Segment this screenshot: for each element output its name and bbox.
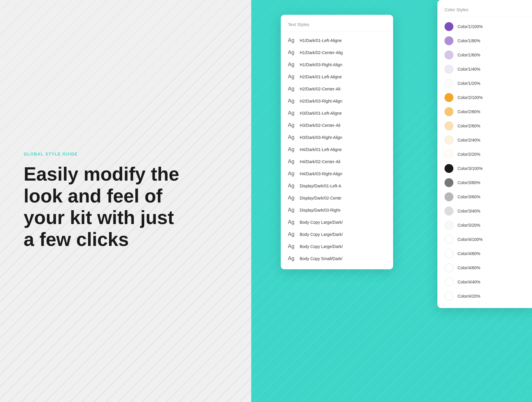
text-style-item: Ag Body Copy Small/Dark/ (281, 252, 393, 265)
right-panel: Text Styles Ag H1/Dark/01-Left-Aligne Ag… (251, 0, 532, 402)
color-name: Color/4/40% (458, 280, 480, 284)
ag-icon: Ag (288, 110, 296, 116)
style-name: H1/Dark/03-Right-Align (300, 62, 342, 67)
text-style-item: Ag H2/Dark/02-Center-Ali (281, 83, 393, 95)
left-panel: GLOBAL STYLE GUIDE Easily modify the loo… (0, 0, 251, 402)
text-style-item: Ag Display/Dark/02-Cente (281, 192, 393, 204)
color-item: Color/1/40% (437, 62, 532, 76)
color-name: Color/2/40% (458, 138, 480, 142)
color-swatch (445, 136, 453, 145)
style-name: H3/Dark/03-Right-Align (300, 135, 342, 140)
color-swatch (445, 207, 453, 215)
ag-icon: Ag (288, 122, 296, 128)
color-item: Color/3/100% (437, 161, 532, 176)
ag-icon: Ag (288, 158, 296, 165)
color-item: Color/4/100% (437, 232, 532, 247)
color-name: Color/2/20% (458, 152, 480, 157)
color-item: Color/3/60% (437, 190, 532, 204)
color-swatch (445, 278, 453, 286)
color-swatch (445, 93, 453, 102)
style-name: H3/Dark/01-Left-Aligne (300, 111, 342, 116)
color-item: Color/1/80% (437, 34, 532, 48)
ag-icon: Ag (288, 146, 296, 153)
color-name: Color/2/100% (458, 95, 483, 100)
text-style-item: Ag H4/Dark/02-Center-Ali (281, 155, 393, 168)
text-style-list: Ag H1/Dark/01-Left-Aligne Ag H1/Dark/02-… (281, 34, 393, 265)
text-styles-title: Text Styles (281, 22, 393, 32)
color-swatch (445, 121, 453, 130)
style-name: Display/Dark/01-Left-A (300, 184, 341, 188)
ag-icon: Ag (288, 134, 296, 140)
color-name: Color/4/100% (458, 237, 483, 242)
color-item: Color/3/20% (437, 218, 532, 232)
color-swatch (445, 36, 453, 45)
color-item: Color/2/20% (437, 147, 532, 161)
ag-icon: Ag (288, 171, 296, 177)
style-name: Body Copy Small/Dark/ (300, 256, 343, 261)
style-name: Body Copy Large/Dark/ (300, 220, 343, 225)
color-swatch (445, 221, 453, 230)
color-name: Color/2/80% (458, 109, 480, 114)
color-name: Color/1/80% (458, 38, 480, 43)
color-name: Color/4/60% (458, 265, 480, 270)
text-style-item: Ag Display/Dark/03-Right- (281, 204, 393, 216)
ag-icon: Ag (288, 74, 296, 80)
color-styles-panel: Color Styles Color/1/100% Color/1/80% Co… (437, 0, 532, 308)
style-name: Display/Dark/03-Right- (300, 208, 341, 213)
left-content: GLOBAL STYLE GUIDE Easily modify the loo… (24, 152, 189, 250)
color-styles-title: Color Styles (437, 7, 532, 17)
color-list: Color/1/100% Color/1/80% Color/1/60% Col… (437, 20, 532, 303)
color-item: Color/4/40% (437, 275, 532, 289)
ag-icon: Ag (288, 231, 296, 237)
ag-icon: Ag (288, 98, 296, 104)
color-item: Color/4/20% (437, 289, 532, 303)
color-name: Color/1/40% (458, 67, 480, 72)
color-item: Color/1/20% (437, 76, 532, 90)
color-item: Color/3/40% (437, 204, 532, 218)
color-name: Color/1/100% (458, 24, 483, 29)
text-style-item: Ag H3/Dark/02-Center-Ali (281, 119, 393, 131)
color-item: Color/2/80% (437, 105, 532, 119)
color-swatch (445, 150, 453, 159)
color-item: Color/1/100% (437, 20, 532, 34)
color-name: Color/4/20% (458, 294, 480, 299)
style-name: H4/Dark/02-Center-Ali (300, 159, 340, 164)
text-style-item: Ag Display/Dark/01-Left-A (281, 180, 393, 192)
color-swatch (445, 235, 453, 244)
color-swatch (445, 178, 453, 187)
text-style-item: Ag H3/Dark/01-Left-Aligne (281, 107, 393, 119)
color-item: Color/3/80% (437, 176, 532, 190)
text-style-item: Ag H1/Dark/02-Center-Alig (281, 46, 393, 59)
ag-icon: Ag (288, 207, 296, 213)
color-swatch (445, 192, 453, 201)
text-style-item: Ag H2/Dark/01-Left-Aligne (281, 71, 393, 83)
color-swatch (445, 249, 453, 258)
color-name: Color/4/80% (458, 251, 480, 256)
ag-icon: Ag (288, 243, 296, 249)
style-name: H1/Dark/01-Left-Aligne (300, 38, 342, 43)
style-name: H1/Dark/02-Center-Alig (300, 50, 343, 55)
color-item: Color/4/80% (437, 247, 532, 261)
color-item: Color/2/60% (437, 119, 532, 133)
text-style-item: Ag Body Copy Large/Dark/ (281, 216, 393, 228)
ag-icon: Ag (288, 37, 296, 43)
ag-icon: Ag (288, 61, 296, 68)
text-style-item: Ag H1/Dark/01-Left-Aligne (281, 34, 393, 46)
text-style-item: Ag Body Copy Large/Dark/ (281, 240, 393, 252)
color-swatch (445, 292, 453, 301)
color-swatch (445, 79, 453, 88)
text-style-item: Ag H1/Dark/03-Right-Align (281, 59, 393, 71)
color-name: Color/3/20% (458, 223, 480, 228)
text-style-item: Ag H4/Dark/01-Left-Aligne (281, 143, 393, 155)
color-swatch (445, 107, 453, 116)
color-name: Color/3/60% (458, 194, 480, 199)
text-style-item: Ag Body Copy Large/Dark/ (281, 228, 393, 240)
color-swatch (445, 22, 453, 31)
color-swatch (445, 51, 453, 59)
style-name: H2/Dark/01-Left-Aligne (300, 74, 342, 79)
style-name: Display/Dark/02-Cente (300, 196, 341, 200)
ag-icon: Ag (288, 49, 296, 56)
text-style-item: Ag H4/Dark/03-Right-Align (281, 168, 393, 180)
color-swatch (445, 263, 453, 272)
style-name: H4/Dark/03-Right-Align (300, 171, 342, 176)
